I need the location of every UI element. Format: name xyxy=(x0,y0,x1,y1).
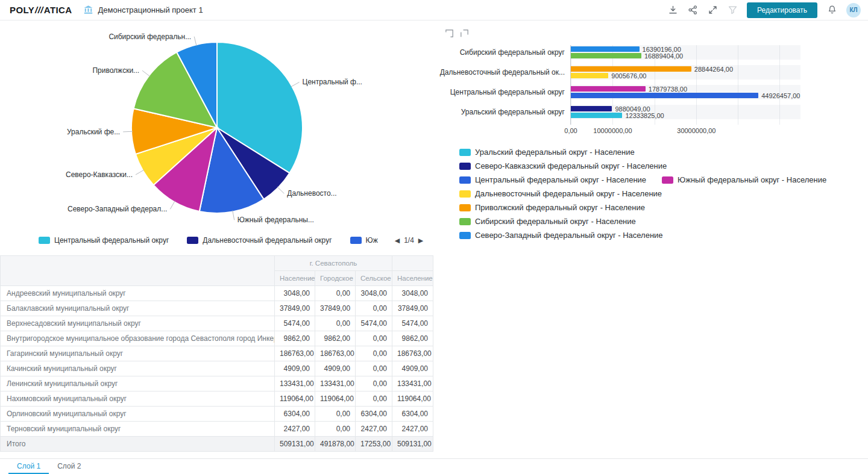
bar-1-0[interactable] xyxy=(571,66,691,72)
x-axis-tick-1: 10000000,00 xyxy=(593,127,632,134)
pie-label-line xyxy=(291,82,300,87)
logo-text-right: ATICA xyxy=(44,5,72,15)
table-row-9[interactable]: Терновский муниципальный округ2427,000,0… xyxy=(1,422,433,437)
pivot-table: г. Севастополь Население Городское Сельс… xyxy=(0,255,433,452)
bar-3-1[interactable] xyxy=(571,113,622,118)
pie-legend-item-0[interactable]: Центральный федеральный округ xyxy=(39,236,169,245)
legend-swatch xyxy=(459,218,471,225)
bar-category-label-0: Сибирский федеральный округ xyxy=(439,45,570,60)
column-header-gorodskoe: Городское xyxy=(315,271,356,286)
selection-frame-icon-1[interactable] xyxy=(444,28,454,38)
table-row-5[interactable]: Качинский муниципальный округ4909,004909… xyxy=(1,361,433,376)
pie-slice-label: Северо-Западный федерал... xyxy=(68,205,167,213)
column-header-naselenie: Население xyxy=(275,271,315,286)
bar-value-label: 44926457,00 xyxy=(761,92,800,99)
bar-row: 16390196,00 xyxy=(571,46,800,52)
edit-button[interactable]: Редактировать xyxy=(747,2,817,18)
pie-slice-label: Дальневосто... xyxy=(287,189,336,198)
legend-row-0: Уральский федеральный округ - Население xyxy=(459,148,868,157)
header-actions: Редактировать КЛ xyxy=(667,2,861,18)
column-group-header: г. Севастополь xyxy=(275,256,392,271)
bar-value-label: 12333825,00 xyxy=(625,112,664,119)
pie-legend-item-1[interactable]: Дальневосточный федеральный округ xyxy=(187,236,332,245)
pie-slice-label: Южный федеральны... xyxy=(237,216,314,224)
selection-frame-icon-2[interactable] xyxy=(459,28,469,38)
legend-page-indicator: 1/4 xyxy=(404,236,414,245)
column-header-naselenie-total: Население xyxy=(392,271,433,286)
bar-2-0[interactable] xyxy=(571,86,646,92)
bar-legend-item-0[interactable]: Уральский федеральный округ - Население xyxy=(459,148,635,157)
legend-row-1: Северо-Кавказский федеральный округ - На… xyxy=(459,161,868,170)
cell-value: 0,00 xyxy=(315,407,356,422)
bar-row: 28844264,00 xyxy=(571,66,800,72)
cell-value: 4909,00 xyxy=(392,361,433,376)
bar-row: 16889404,00 xyxy=(571,53,800,58)
bar-legend-item-3[interactable]: Южный федеральный округ - Население xyxy=(662,175,826,184)
pie-chart: Центральный ф...Дальневосто...Южный феде… xyxy=(0,20,434,235)
bar-x-axis: 0,0010000000,0030000000,00 xyxy=(571,125,801,136)
table-row-8[interactable]: Орлиновский муниципальный округ6304,000,… xyxy=(1,407,433,422)
bar-legend-item-1[interactable]: Северо-Кавказский федеральный округ - На… xyxy=(459,161,667,170)
cell-value: 0,00 xyxy=(356,376,392,391)
filter-icon[interactable] xyxy=(727,5,738,16)
tab-layer-1[interactable]: Слой 1 xyxy=(8,459,49,474)
cell-value: 186763,00 xyxy=(275,346,315,361)
cell-value: 0,00 xyxy=(356,331,392,346)
pie-label-line xyxy=(170,201,175,209)
row-label: Ленинский муниципальный округ xyxy=(1,376,275,391)
legend-label: Центральный федеральный округ xyxy=(54,236,169,245)
bar-0-1[interactable] xyxy=(571,53,641,58)
cell-value: 133431,00 xyxy=(315,376,356,391)
legend-next-icon[interactable]: ▶ xyxy=(418,237,423,245)
pie-legend-item-2[interactable]: Юж xyxy=(350,236,378,245)
column-header-selskoe: Сельское xyxy=(356,271,392,286)
bar-legend-item-2[interactable]: Центральный федеральный округ - Населени… xyxy=(459,175,646,184)
bar-row: 9880049,00 xyxy=(571,106,800,111)
download-icon[interactable] xyxy=(667,5,678,16)
cell-value: 9862,00 xyxy=(392,331,433,346)
table-row-3[interactable]: Внутригородское муниципальное образовани… xyxy=(1,331,433,346)
table-row-7[interactable]: Нахимовский муниципальный округ119064,00… xyxy=(1,391,433,407)
legend-swatch xyxy=(350,237,362,244)
share-icon[interactable] xyxy=(687,5,698,16)
row-label: Внутригородское муниципальное образовани… xyxy=(1,331,275,346)
table-row-0[interactable]: Андреевский муниципальный округ3048,000,… xyxy=(1,286,433,301)
table-row-4[interactable]: Гагаринский муниципальный округ186763,00… xyxy=(1,346,433,361)
bar-legend-item-6[interactable]: Сибирский федеральный округ - Население xyxy=(459,217,636,226)
table-row-1[interactable]: Балаклавский муниципальный округ37849,00… xyxy=(1,301,433,316)
fullscreen-icon[interactable] xyxy=(707,5,718,16)
bar-1-1[interactable] xyxy=(571,73,608,78)
cell-value: 2427,00 xyxy=(275,422,315,437)
bar-legend-item-5[interactable]: Приволжский федеральный округ - Населени… xyxy=(459,203,645,212)
bar-3-0[interactable] xyxy=(571,106,612,111)
cell-value: 0,00 xyxy=(315,286,356,301)
pie-slice-label: Северо-Кавказски... xyxy=(66,170,133,179)
legend-label: Южный федеральный округ - Население xyxy=(678,175,826,184)
cell-value: 6304,00 xyxy=(356,407,392,422)
row-label: Балаклавский муниципальный округ xyxy=(1,301,275,316)
bar-group-0: 16390196,0016889404,00 xyxy=(571,45,800,60)
avatar[interactable]: КЛ xyxy=(846,3,861,17)
cell-value: 6304,00 xyxy=(275,407,315,422)
bar-0-0[interactable] xyxy=(571,46,640,52)
bar-chart-panel: Сибирский федеральный округДальневосточн… xyxy=(439,20,868,261)
cell-value: 37849,00 xyxy=(275,301,315,316)
cell-value: 5474,00 xyxy=(392,316,433,331)
total-value: 509131,00 xyxy=(392,437,433,452)
bar-legend-item-4[interactable]: Дальневосточный федеральный округ - Насе… xyxy=(459,189,662,198)
column-group-header-empty xyxy=(392,256,433,271)
cell-value: 3048,00 xyxy=(356,286,392,301)
table-row-2[interactable]: Верхнесадовский муниципальный округ5474,… xyxy=(1,316,433,331)
bar-row: 12333825,00 xyxy=(571,113,800,118)
project-title: Демонстрационный проект 1 xyxy=(98,5,203,14)
cell-value: 119064,00 xyxy=(275,391,315,407)
legend-prev-icon[interactable]: ◀ xyxy=(395,237,400,245)
tab-layer-2[interactable]: Слой 2 xyxy=(49,459,89,474)
bell-icon[interactable] xyxy=(826,5,837,16)
table-row-6[interactable]: Ленинский муниципальный округ133431,0013… xyxy=(1,376,433,391)
legend-swatch xyxy=(39,237,50,244)
bar-2-1[interactable] xyxy=(571,93,758,98)
bar-legend-item-7[interactable]: Северо-Западный федеральный округ - Насе… xyxy=(459,231,663,240)
cell-value: 3048,00 xyxy=(392,286,433,301)
cell-value: 119064,00 xyxy=(315,391,356,407)
